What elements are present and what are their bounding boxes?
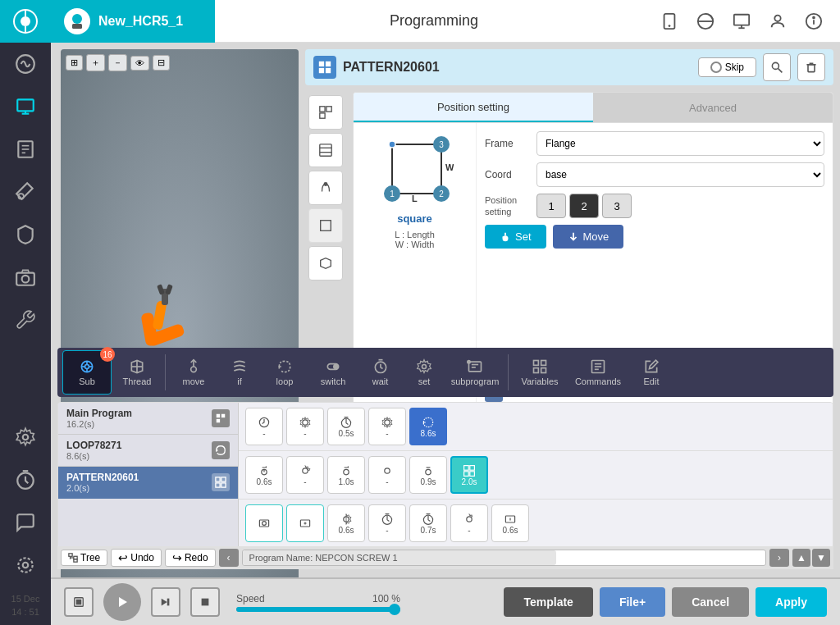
node-switch[interactable]: switch	[309, 350, 357, 395]
pos-btn-1[interactable]: 1	[536, 194, 566, 218]
sidebar-item-shield[interactable]	[0, 213, 51, 256]
sidebar-item-chat[interactable]	[0, 501, 51, 544]
template-button[interactable]: Template	[504, 587, 592, 617]
vt-grid-icon[interactable]: ⊞	[66, 55, 83, 71]
sidebar-item-settings[interactable]	[0, 416, 51, 458]
tl2-item-2[interactable]: -	[286, 456, 324, 494]
sidebar-item-program[interactable]	[0, 128, 51, 171]
set-button[interactable]: Set	[485, 225, 546, 249]
tl3-item-3[interactable]: 0.6s	[327, 504, 365, 542]
tl1-item-3[interactable]: 0.5s	[327, 408, 365, 445]
svg-rect-47	[326, 68, 331, 73]
tab-position-setting[interactable]: Position setting	[354, 93, 593, 122]
sidebar-item-monitor[interactable]	[0, 85, 51, 128]
sidebar-item-timer[interactable]	[0, 458, 51, 501]
nav-down[interactable]: ▼	[812, 549, 830, 567]
prog-pattern-icon[interactable]	[212, 473, 230, 491]
prog-loop[interactable]: LOOP78271 8.6(s)	[58, 435, 238, 467]
tl3-item-5[interactable]: 0.7s	[409, 504, 447, 542]
undo-button[interactable]: ↩ Undo	[111, 549, 162, 567]
vt-add-icon[interactable]: ＋	[86, 54, 105, 71]
sidebar-item-activity[interactable]	[0, 43, 51, 85]
node-wait[interactable]: wait	[358, 350, 403, 395]
position-setting-row: Position setting 1 2 3	[485, 194, 824, 218]
node-thread[interactable]: Thread	[112, 350, 162, 395]
plb-btn-1[interactable]	[308, 95, 343, 130]
frame-select[interactable]: Flange	[536, 131, 824, 156]
tl3-item-1[interactable]	[245, 504, 283, 542]
pos-btn-2[interactable]: 2	[569, 194, 599, 218]
node-commands[interactable]: Commands	[568, 350, 628, 395]
node-if[interactable]: if	[219, 350, 260, 395]
sidebar-item-gear2[interactable]	[0, 544, 51, 586]
tl1-item-2[interactable]: -	[286, 408, 324, 445]
pos-btn-3[interactable]: 3	[602, 194, 632, 218]
tl2-item-3[interactable]: 1.0s	[327, 456, 365, 494]
node-edit[interactable]: Edit	[628, 350, 674, 395]
tree-button[interactable]: Tree	[61, 550, 107, 566]
tl1-item-1[interactable]: -	[245, 408, 283, 445]
set-move-btns: Set Move	[485, 225, 824, 249]
sidebar-item-camera[interactable]	[0, 256, 51, 299]
skip-button[interactable]: Skip	[698, 57, 756, 77]
header-user-icon[interactable]	[761, 5, 794, 38]
node-sub[interactable]: 16 Sub	[62, 350, 112, 395]
next-arrow[interactable]: ›	[769, 549, 789, 567]
plb-btn-3[interactable]	[308, 171, 343, 205]
vt-eye-icon[interactable]: 👁	[130, 56, 149, 71]
plb-btn-square[interactable]	[308, 208, 343, 243]
redo-button[interactable]: ↪ Redo	[165, 549, 216, 567]
node-move[interactable]: move	[169, 350, 218, 395]
tl1-item-4[interactable]: -	[368, 408, 406, 445]
node-variables[interactable]: Variables	[512, 350, 568, 395]
svg-rect-98	[217, 414, 220, 417]
plb-btn-3d[interactable]	[308, 246, 343, 281]
sidebar-item-tool[interactable]	[0, 171, 51, 213]
play-btn[interactable]	[103, 583, 141, 621]
tl1-item-5[interactable]: 8.6s	[409, 408, 447, 445]
speed-slider[interactable]	[236, 607, 400, 612]
sidebar-logo[interactable]	[0, 0, 51, 43]
svg-rect-130	[69, 554, 72, 556]
node-subprogram[interactable]: subprogram	[445, 350, 504, 395]
svg-text:L: L	[412, 194, 418, 203]
tl3-item-4[interactable]: -	[368, 504, 406, 542]
apply-button[interactable]: Apply	[756, 587, 827, 617]
node-loop[interactable]: loop	[261, 350, 308, 395]
shape-L-label: L : Length	[395, 230, 435, 240]
prev-arrow[interactable]: ‹	[219, 549, 239, 567]
header-tablet-icon[interactable]	[653, 5, 686, 38]
prog-main-icon[interactable]	[212, 409, 230, 427]
tab-advanced[interactable]: Advanced	[593, 93, 833, 122]
stop-btn[interactable]	[190, 587, 220, 617]
sidebar-item-wrench[interactable]	[0, 299, 51, 341]
tl2-item-6[interactable]: 2.0s	[450, 456, 488, 494]
header-workspace-icon[interactable]	[689, 5, 722, 38]
prog-pattern[interactable]: PATTERN20601 2.0(s)	[58, 467, 238, 499]
plb-btn-2[interactable]	[308, 133, 343, 167]
move-button[interactable]: Move	[553, 225, 624, 249]
tl2-item-5[interactable]: 0.9s	[409, 456, 447, 494]
pattern-delete-btn[interactable]	[797, 53, 825, 81]
tl3-item-2[interactable]	[286, 504, 324, 542]
header-info-icon[interactable]	[797, 5, 830, 38]
record-btn[interactable]	[64, 587, 94, 617]
tl2-item-1[interactable]: 0.6s	[245, 456, 283, 494]
file-button[interactable]: File+	[600, 587, 665, 617]
skip-fwd-btn[interactable]	[151, 587, 180, 617]
svg-rect-100	[217, 419, 220, 422]
tl3-item-7[interactable]: 0.6s	[491, 504, 529, 542]
prog-loop-icon[interactable]	[212, 441, 230, 459]
cancel-button[interactable]: Cancel	[672, 587, 749, 617]
tl2-item-4[interactable]: -	[368, 456, 406, 494]
svg-rect-137	[76, 600, 80, 604]
pattern-search-btn[interactable]	[763, 53, 791, 81]
coord-select[interactable]: base	[536, 162, 824, 187]
tl3-item-6[interactable]: -	[450, 504, 488, 542]
prog-main[interactable]: Main Program 16.2(s)	[58, 403, 238, 435]
header-monitor-icon[interactable]	[725, 5, 758, 38]
node-set[interactable]: set	[404, 350, 445, 395]
vt-minus-icon[interactable]: －	[108, 54, 127, 71]
nav-up[interactable]: ▲	[792, 549, 810, 567]
vt-grid2-icon[interactable]: ⊟	[153, 55, 170, 71]
